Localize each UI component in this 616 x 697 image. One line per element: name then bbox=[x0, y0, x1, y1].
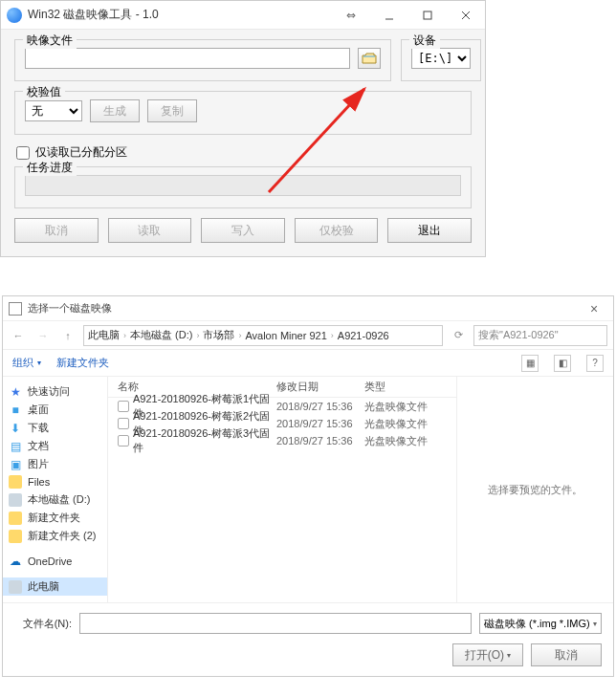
sidebar-item-desktop[interactable]: ■桌面 bbox=[3, 401, 107, 419]
titlebar[interactable]: Win32 磁盘映像工具 - 1.0 ⇔ bbox=[1, 1, 485, 30]
hash-label: 校验值 bbox=[23, 84, 65, 100]
sidebar-item-documents[interactable]: ▤文档 bbox=[3, 437, 107, 455]
back-button[interactable]: ← bbox=[9, 326, 28, 345]
preview-pane-button[interactable]: ◧ bbox=[554, 355, 571, 372]
sidebar: ★快速访问 ■桌面 ⬇下载 ▤文档 ▣图片 Files 本地磁盘 (D:) 新建… bbox=[3, 377, 108, 602]
disk-imager-window: Win32 磁盘映像工具 - 1.0 ⇔ 映像文件 bbox=[0, 0, 486, 257]
new-folder-button[interactable]: 新建文件夹 bbox=[56, 356, 109, 370]
app-icon bbox=[7, 8, 22, 23]
filetype-select[interactable]: 磁盘映像 (*.img *.IMG)▾ bbox=[479, 613, 602, 634]
svg-rect-1 bbox=[424, 11, 431, 19]
readonly-checkbox-label: 仅读取已分配分区 bbox=[35, 144, 127, 161]
minimize-button[interactable] bbox=[370, 2, 408, 29]
refresh-button[interactable]: ⟳ bbox=[449, 326, 468, 345]
device-select[interactable]: [E:\] bbox=[411, 48, 471, 69]
exit-button[interactable]: 退出 bbox=[387, 218, 472, 243]
sidebar-item-thispc[interactable]: 此电脑 bbox=[3, 577, 107, 596]
organize-menu[interactable]: 组织▾ bbox=[12, 356, 41, 370]
hash-select[interactable]: 无 bbox=[25, 100, 82, 121]
image-file-label: 映像文件 bbox=[23, 33, 77, 49]
read-button[interactable]: 读取 bbox=[108, 218, 192, 243]
cancel-button[interactable]: 取消 bbox=[14, 218, 99, 243]
crumb-miner[interactable]: Avalon Miner 921 bbox=[245, 330, 326, 341]
file-picker-window: 选择一个磁盘映像 × ← → ↑ 此电脑› 本地磁盘 (D:)› 市场部› Av… bbox=[2, 295, 614, 677]
readonly-checkbox[interactable]: 仅读取已分配分区 bbox=[16, 144, 470, 161]
generate-button[interactable]: 生成 bbox=[90, 99, 140, 122]
up-button[interactable]: ↑ bbox=[58, 326, 77, 345]
breadcrumb[interactable]: 此电脑› 本地磁盘 (D:)› 市场部› Avalon Miner 921› A… bbox=[83, 325, 443, 346]
help-button[interactable]: ? bbox=[586, 355, 604, 372]
window-title: Win32 磁盘映像工具 - 1.0 bbox=[28, 7, 332, 23]
progress-group: 任务进度 bbox=[14, 166, 472, 208]
close-button[interactable] bbox=[447, 2, 485, 29]
maximize-button[interactable] bbox=[408, 2, 447, 29]
filename-label: 文件名(N): bbox=[14, 617, 72, 631]
sidebar-item-quick[interactable]: ★快速访问 bbox=[3, 382, 107, 401]
image-file-group: 映像文件 bbox=[14, 39, 391, 81]
sidebar-item-newfolder2[interactable]: 新建文件夹 (2) bbox=[3, 527, 107, 545]
picker-titlebar[interactable]: 选择一个磁盘映像 × bbox=[3, 296, 613, 321]
picker-title: 选择一个磁盘映像 bbox=[28, 301, 575, 316]
write-button[interactable]: 写入 bbox=[201, 218, 285, 243]
forward-button[interactable]: → bbox=[33, 326, 53, 345]
crumb-pc[interactable]: 此电脑 bbox=[88, 328, 120, 342]
browse-button[interactable] bbox=[358, 48, 381, 69]
device-label: 设备 bbox=[409, 33, 440, 49]
file-row[interactable]: A921-20180926-树莓派3代固件 2018/9/27 15:36 光盘… bbox=[108, 432, 456, 449]
col-type[interactable]: 类型 bbox=[364, 380, 451, 394]
picker-cancel-button[interactable]: 取消 bbox=[531, 643, 602, 666]
crumb-dept[interactable]: 市场部 bbox=[203, 328, 234, 342]
preview-pane: 选择要预览的文件。 bbox=[456, 377, 613, 602]
progress-label: 任务进度 bbox=[23, 160, 77, 176]
sidebar-item-newfolder[interactable]: 新建文件夹 bbox=[3, 509, 107, 527]
sidebar-item-pictures[interactable]: ▣图片 bbox=[3, 455, 107, 473]
sidebar-item-localdisk[interactable]: 本地磁盘 (D:) bbox=[3, 490, 107, 509]
readonly-checkbox-input[interactable] bbox=[16, 146, 30, 160]
move-icon[interactable]: ⇔ bbox=[332, 2, 370, 29]
filename-input[interactable] bbox=[79, 613, 472, 634]
hash-group: 校验值 无 生成 复制 bbox=[14, 91, 472, 135]
file-list: 名称 修改日期 类型 A921-20180926-树莓派1代固件 2018/9/… bbox=[108, 377, 456, 602]
view-button[interactable]: ▦ bbox=[521, 355, 539, 372]
picker-footer: 文件名(N): 磁盘映像 (*.img *.IMG)▾ 打开(O) ▾ 取消 bbox=[3, 602, 613, 676]
copy-button[interactable]: 复制 bbox=[147, 99, 197, 122]
open-button[interactable]: 打开(O) ▾ bbox=[452, 643, 523, 666]
verify-button[interactable]: 仅校验 bbox=[295, 218, 379, 243]
device-group: 设备 [E:\] bbox=[401, 39, 481, 81]
search-placeholder: 搜索"A921-0926" bbox=[478, 328, 559, 342]
col-date[interactable]: 修改日期 bbox=[276, 380, 364, 394]
picker-navbar: ← → ↑ 此电脑› 本地磁盘 (D:)› 市场部› Avalon Miner … bbox=[3, 321, 613, 350]
crumb-folder[interactable]: A921-0926 bbox=[338, 330, 389, 341]
crumb-disk[interactable]: 本地磁盘 (D:) bbox=[130, 328, 192, 342]
search-input[interactable]: 搜索"A921-0926" bbox=[473, 325, 607, 346]
picker-toolbar: 组织▾ 新建文件夹 ▦ ◧ ? bbox=[3, 350, 613, 377]
sidebar-item-files[interactable]: Files bbox=[3, 473, 107, 490]
picker-close-button[interactable]: × bbox=[575, 297, 613, 320]
folder-open-icon bbox=[362, 53, 377, 64]
disc-image-icon bbox=[118, 435, 129, 447]
picker-app-icon bbox=[9, 302, 22, 316]
progress-bar bbox=[25, 175, 461, 196]
image-file-input[interactable] bbox=[25, 48, 350, 69]
sidebar-item-downloads[interactable]: ⬇下载 bbox=[3, 419, 107, 437]
sidebar-item-onedrive[interactable]: ☁OneDrive bbox=[3, 553, 107, 570]
